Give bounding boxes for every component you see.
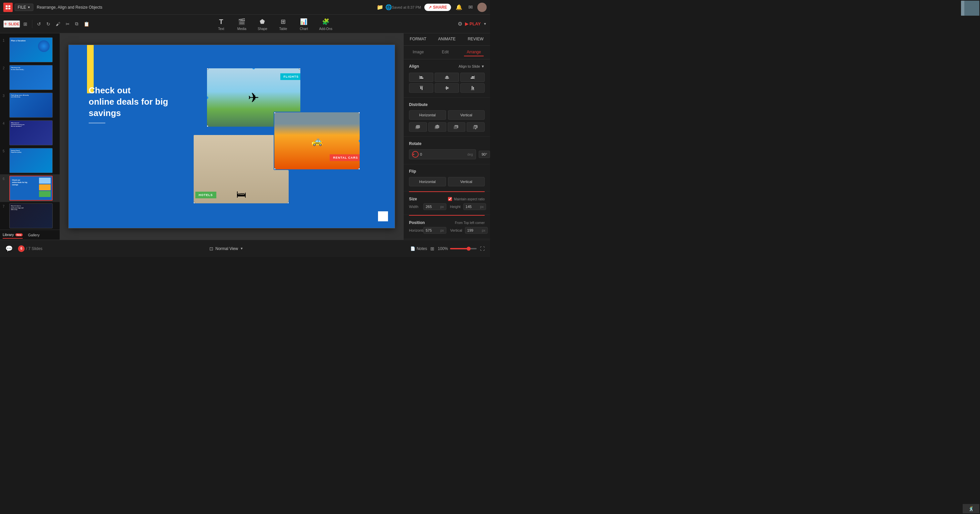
slide-thumb-2[interactable]: 2 Planning a tripfor the whole family... <box>0 64 60 91</box>
slide-thumb-7[interactable]: 7 Now it's time topack your bags andtake… <box>0 202 60 230</box>
svg-rect-15 <box>422 87 423 90</box>
addons-icon: 🧩 <box>320 17 331 26</box>
width-value-input[interactable]: 265 <box>426 205 439 208</box>
play-button[interactable]: ▶ PLAY <box>465 21 480 26</box>
handle-tr-rental[interactable] <box>358 112 360 114</box>
send-backward-button[interactable] <box>448 123 466 132</box>
paste-button[interactable]: 📋 <box>82 20 91 28</box>
shape-tool[interactable]: ⬟ Shape <box>257 17 268 31</box>
messages-button[interactable]: ✉ <box>467 3 474 12</box>
rotate-input[interactable]: 0 deg <box>409 150 476 159</box>
slide-panel: 1 Plan a Vacation 2 Planning a tripfor t… <box>0 33 60 240</box>
canvas-area[interactable]: Check out online deals for big savings ✈… <box>60 33 403 240</box>
align-top-button[interactable] <box>409 83 433 93</box>
vertical-value-input[interactable]: 199 <box>467 228 480 232</box>
copy-button[interactable]: ⧉ <box>74 20 80 28</box>
settings-button[interactable]: ⚙ <box>458 21 462 27</box>
maintain-aspect-ratio-row: Maintain aspect ratio <box>448 197 485 201</box>
flip-vertical-button[interactable]: Vertical <box>448 177 485 186</box>
addons-tool[interactable]: 🧩 Add-Ons <box>319 17 332 31</box>
handle-mr-rental[interactable] <box>359 140 360 142</box>
toolbar-left: + SLIDE ⊞ <box>0 20 32 28</box>
distribute-vertical-button[interactable]: Vertical <box>448 110 485 120</box>
align-middle-v-button[interactable] <box>435 83 459 93</box>
share-button[interactable]: ↗ SHARE <box>424 4 451 11</box>
undo-button[interactable]: ↺ <box>36 20 42 28</box>
slide-thumb-1[interactable]: 1 Plan a Vacation <box>0 36 60 64</box>
handle-bl[interactable] <box>207 125 208 127</box>
file-menu-button[interactable]: FILE ▼ <box>15 4 33 11</box>
scissors-button[interactable]: ✂ <box>64 20 71 28</box>
white-square-element[interactable] <box>378 211 388 221</box>
chart-tool[interactable]: 📊 Chart <box>298 17 309 31</box>
zoom-slider[interactable] <box>450 248 477 249</box>
vertical-input[interactable]: 199 px <box>465 227 488 234</box>
slide-thumb-6[interactable]: 6 Check outonline deals for bigsavings <box>0 174 60 202</box>
maintain-aspect-ratio-checkbox[interactable] <box>448 197 452 201</box>
size-title: Size <box>409 197 417 201</box>
handle-tr[interactable] <box>299 68 300 70</box>
handle-br-hotel[interactable] <box>287 202 289 203</box>
chat-icon[interactable]: 💬 <box>5 245 13 252</box>
paint-format-button[interactable]: 🖌 <box>54 20 62 28</box>
slide-thumb-5[interactable]: 5 Saving TravelExpenses policy YES NO <box>0 146 60 174</box>
toolbar-right: ⚙ ▶ PLAY ▼ <box>454 21 490 27</box>
flip-horizontal-button[interactable]: Horizontal <box>409 177 446 186</box>
tab-review[interactable]: REVIEW <box>461 33 490 45</box>
table-tool[interactable]: ⊞ Table <box>278 17 288 31</box>
text-tool[interactable]: T Text <box>216 17 226 31</box>
gallery-tab[interactable]: Gallery <box>28 232 40 238</box>
slide-thumb-4[interactable]: 4 What kind ofentertainment do youlike o… <box>0 119 60 146</box>
svg-rect-2 <box>6 8 8 10</box>
width-unit: px <box>440 205 444 208</box>
media-tool[interactable]: 🎬 Media <box>236 17 247 31</box>
tab-format[interactable]: FORMAT <box>404 33 432 45</box>
play-dropdown-button[interactable]: ▼ <box>483 22 487 25</box>
handle-tl[interactable] <box>207 68 208 70</box>
tab-animate[interactable]: ANIMATE <box>432 33 461 45</box>
rental-image[interactable]: 🚕 RENTAL CARS <box>274 112 360 170</box>
height-value-input[interactable]: 145 <box>466 205 479 208</box>
handle-bl-rental[interactable] <box>274 168 276 170</box>
align-bottom-button[interactable] <box>460 83 485 93</box>
current-slide-badge: 6 <box>18 245 25 252</box>
align-right-button[interactable] <box>460 73 485 82</box>
bring-to-front-button[interactable] <box>409 123 427 132</box>
zoom-level-label: 100% <box>438 246 448 251</box>
width-input[interactable]: 265 px <box>423 203 446 210</box>
rotate-ccw-button[interactable]: 90° <box>479 151 490 158</box>
send-to-back-button[interactable] <box>467 123 485 132</box>
vertical-label: Vertical <box>449 228 462 232</box>
horizontal-input[interactable]: 575 px <box>423 227 446 234</box>
distribute-horizontal-button[interactable]: Horizontal <box>409 110 446 120</box>
library-tab[interactable]: Library New <box>3 231 23 239</box>
svg-rect-16 <box>445 88 449 88</box>
slide-number-1: 1 <box>3 37 7 42</box>
notifications-button[interactable]: 🔔 <box>454 3 464 12</box>
slide-thumb-3[interactable]: 3 Pack things more efficientlyand effect… <box>0 91 60 119</box>
height-input[interactable]: 145 px <box>463 203 486 210</box>
bring-forward-button[interactable] <box>428 123 446 132</box>
subtab-edit[interactable]: Edit <box>439 48 451 56</box>
align-to-slide-dropdown[interactable]: Align to Slide ▼ <box>459 64 485 68</box>
handle-bl-hotel[interactable] <box>194 202 195 203</box>
right-panel: FORMAT ANIMATE REVIEW Image Edit Arrange… <box>403 33 490 240</box>
align-left-button[interactable] <box>409 73 433 82</box>
view-dropdown-button[interactable]: ▼ <box>240 247 243 250</box>
horizontal-value-input[interactable]: 575 <box>426 228 439 232</box>
slide-canvas[interactable]: Check out online deals for big savings ✈… <box>68 45 395 228</box>
rotate-value-input[interactable]: 0 <box>420 152 466 156</box>
subtab-image[interactable]: Image <box>410 48 426 56</box>
handle-br-rental[interactable] <box>358 168 360 170</box>
notes-button[interactable]: 📄 Notes <box>410 246 427 251</box>
redo-button[interactable]: ↻ <box>45 20 52 28</box>
handle-tl-rental[interactable] <box>274 112 276 114</box>
grid-view-button[interactable]: ⊞ <box>22 20 29 28</box>
subtab-arrange[interactable]: Arrange <box>464 48 484 56</box>
svg-rect-12 <box>471 78 474 79</box>
align-center-h-button[interactable] <box>435 73 459 82</box>
slide-number-6: 6 <box>3 176 7 181</box>
slide-add-button[interactable]: + SLIDE <box>3 20 20 28</box>
user-avatar[interactable] <box>477 3 487 12</box>
fullscreen-button[interactable]: ⛶ <box>480 246 485 251</box>
